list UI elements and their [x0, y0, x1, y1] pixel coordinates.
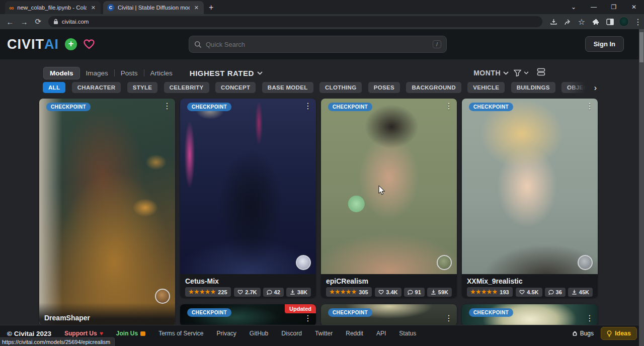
discord-link[interactable]: Discord	[281, 330, 302, 337]
reload-button[interactable]: ⟳	[31, 17, 45, 26]
tab-close-icon[interactable]: ✕	[193, 5, 200, 11]
heart-icon	[378, 290, 384, 295]
chip-concept[interactable]: CONCEPT	[215, 82, 256, 93]
share-icon[interactable]	[561, 16, 574, 28]
filter-dropdown[interactable]	[514, 69, 529, 76]
model-image	[462, 99, 598, 274]
scrollbar-thumb[interactable]	[639, 32, 643, 62]
model-type-badge: CHECKPOINT	[469, 308, 513, 317]
chip-buildings[interactable]: BUILDINGS	[511, 82, 555, 93]
card-menu-icon[interactable]: ⋮	[586, 101, 594, 111]
layout-toggle-button[interactable]	[537, 68, 545, 78]
downloads-count: 59K	[438, 289, 448, 295]
profile-avatar[interactable]	[618, 16, 630, 28]
twitter-link[interactable]: Twitter	[315, 330, 333, 337]
tab-articles[interactable]: Articles	[144, 67, 179, 79]
address-bar[interactable]: civitai.com	[48, 16, 542, 27]
tab-search-icon[interactable]: ⌄	[564, 4, 584, 11]
side-panel-icon[interactable]	[604, 16, 616, 28]
url-text: civitai.com	[62, 19, 89, 25]
bookmark-star-icon[interactable]: ☆	[576, 16, 588, 28]
search-input[interactable]	[206, 41, 429, 48]
card-menu-icon[interactable]: ⋮	[163, 101, 171, 111]
reddit-link[interactable]: Reddit	[346, 330, 363, 337]
tab-close-icon[interactable]: ✕	[90, 5, 97, 11]
bugs-button[interactable]: Bugs	[572, 330, 594, 337]
chip-base-model[interactable]: BASE MODEL	[262, 82, 313, 93]
privacy-link[interactable]: Privacy	[217, 330, 236, 337]
forward-button[interactable]: →	[17, 18, 31, 26]
chrome-menu-icon[interactable]: ⋮	[632, 16, 644, 28]
chip-clothing[interactable]: CLOTHING	[319, 82, 362, 93]
download-page-icon[interactable]	[547, 16, 559, 28]
tab-posts[interactable]: Posts	[115, 67, 144, 79]
api-link[interactable]: API	[376, 330, 386, 337]
sort-dropdown[interactable]: HIGHEST RATED	[190, 69, 263, 77]
github-link[interactable]: GitHub	[250, 330, 268, 337]
join-us-link[interactable]: Join Us	[116, 330, 145, 337]
creator-avatar[interactable]	[578, 255, 593, 270]
page-scrollbar[interactable]	[639, 29, 644, 346]
card-menu-icon[interactable]: ⋮	[445, 101, 453, 111]
chips-scroll-right-button[interactable]: ›	[569, 80, 597, 96]
model-card-partial[interactable]: CHECKPOINT ⋮	[321, 304, 457, 326]
browser-window: ∞ new_colab_file.ipynb - Colaborat ✕ C C…	[0, 0, 644, 346]
period-dropdown[interactable]: MONTH	[473, 69, 509, 77]
maximize-button[interactable]: ❐	[604, 4, 624, 11]
chip-poses[interactable]: POSES	[368, 82, 400, 93]
new-tab-button[interactable]: +	[209, 3, 213, 12]
chip-style[interactable]: STYLE	[127, 82, 158, 93]
minimize-button[interactable]: —	[584, 4, 604, 11]
card-menu-icon[interactable]: ⋮	[304, 101, 312, 111]
model-title: DreamShaper	[39, 303, 175, 326]
creator-avatar[interactable]	[296, 255, 311, 270]
chip-all[interactable]: ALL	[43, 82, 65, 93]
model-card-epicrealism[interactable]: CHECKPOINT ⋮ epiCRealism ★★★★★305 3.4K 9…	[321, 99, 457, 298]
quick-search-box[interactable]: /	[189, 36, 447, 53]
terms-link[interactable]: Terms of Service	[158, 330, 203, 337]
model-image	[180, 99, 316, 274]
close-button[interactable]: ✕	[624, 4, 644, 11]
model-card-dreamshaper[interactable]: CHECKPOINT ⋮ DreamShaper	[39, 99, 175, 326]
tab-colab[interactable]: ∞ new_colab_file.ipynb - Colaborat ✕	[5, 1, 101, 14]
browser-toolbar: ← → ⟳ civitai.com ☆ ⋮	[0, 14, 644, 29]
downloads-pill: 59K	[427, 288, 452, 297]
creator-avatar[interactable]	[155, 289, 170, 304]
support-us-link[interactable]: Support Us♥	[64, 330, 103, 337]
search-icon	[194, 41, 202, 48]
model-type-badge: CHECKPOINT	[46, 103, 91, 111]
download-icon	[431, 289, 436, 295]
chip-vehicle[interactable]: VEHICLE	[467, 82, 505, 93]
model-type-badge: CHECKPOINT	[187, 103, 231, 111]
model-card-xxmix[interactable]: CHECKPOINT ⋮ XXMix_9realistic ★★★★★193 4…	[462, 99, 598, 298]
comment-icon	[267, 290, 272, 295]
card-menu-icon[interactable]: ⋮	[304, 313, 312, 323]
tab-images[interactable]: Images	[80, 67, 114, 79]
rating-count: 225	[218, 289, 227, 295]
sign-in-button[interactable]: Sign In	[585, 36, 624, 52]
comments-pill: 36	[545, 288, 566, 297]
comments-count: 91	[415, 289, 421, 295]
chip-celebrity[interactable]: CELEBRITY	[164, 82, 209, 93]
extensions-icon[interactable]	[590, 16, 602, 28]
back-button[interactable]: ←	[3, 18, 17, 26]
favorites-heart-icon[interactable]	[83, 39, 95, 50]
model-card-partial[interactable]: CHECKPOINT ⋮	[462, 304, 598, 326]
chip-character[interactable]: CHARACTER	[72, 82, 121, 93]
create-plus-button[interactable]: +	[65, 38, 77, 50]
civitai-logo[interactable]: CIVITAI	[7, 37, 59, 52]
card-menu-icon[interactable]: ⋮	[586, 313, 594, 323]
chevron-down-icon	[524, 71, 529, 74]
comments-count: 42	[274, 289, 280, 295]
status-link[interactable]: Status	[399, 330, 416, 337]
model-card-cetus-mix[interactable]: CHECKPOINT ⋮ Cetus-Mix ★★★★★225 2.7K 42 …	[180, 99, 316, 298]
ideas-button[interactable]: Ideas	[601, 327, 637, 340]
tab-models[interactable]: Models	[43, 67, 80, 79]
card-menu-icon[interactable]: ⋮	[445, 313, 453, 323]
model-title: XXMix_9realistic	[467, 277, 593, 285]
model-card-partial[interactable]: CHECKPOINT Updated ⋮	[180, 304, 316, 326]
creator-avatar[interactable]	[437, 255, 452, 270]
tab-civitai[interactable]: C Civitai | Stable Diffusion models, ✕	[103, 1, 204, 14]
chip-background[interactable]: BACKGROUND	[406, 82, 461, 93]
downloads-count: 38K	[297, 289, 307, 295]
